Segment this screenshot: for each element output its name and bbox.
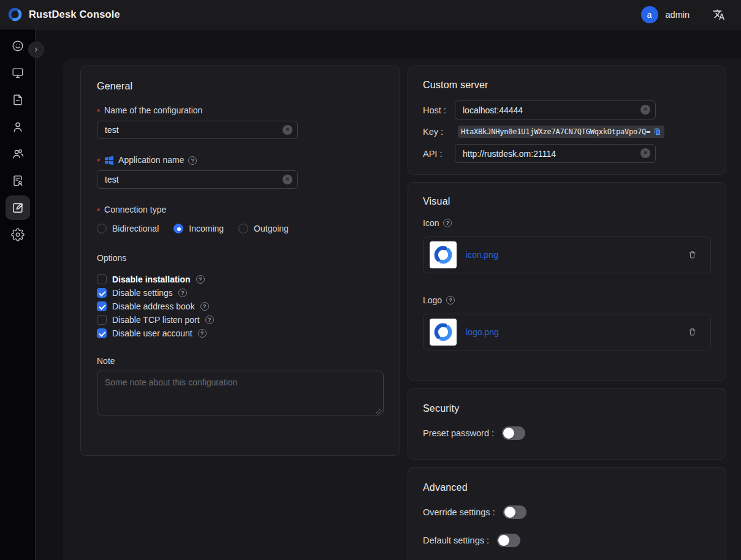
sidebar-item-settings[interactable] bbox=[6, 222, 30, 247]
override-settings-toggle[interactable] bbox=[503, 505, 526, 519]
custom-server-panel: Custom server Host : ✕ Key : HtaXBkJNHyn… bbox=[408, 66, 726, 175]
radio-outgoing[interactable]: Outgoing bbox=[238, 224, 289, 233]
radio-incoming[interactable]: Incoming bbox=[173, 224, 224, 233]
server-key: HtaXBkJNHyn0e1U1jWXze7A7CN7QTGWqxkOtpaVp… bbox=[458, 126, 664, 138]
smiley-icon bbox=[11, 39, 25, 53]
sidebar-expand-button[interactable] bbox=[28, 42, 44, 58]
clear-icon[interactable]: ✕ bbox=[640, 148, 650, 158]
app-title: RustDesk Console bbox=[29, 9, 120, 20]
help-icon[interactable]: ? bbox=[198, 329, 207, 338]
audit-log-icon bbox=[11, 174, 25, 187]
config-name-input[interactable] bbox=[97, 121, 298, 139]
help-icon[interactable]: ? bbox=[443, 219, 452, 227]
logo-file-link[interactable]: logo.png bbox=[466, 327, 499, 337]
help-icon[interactable]: ? bbox=[178, 289, 187, 297]
help-icon[interactable]: ? bbox=[188, 156, 197, 165]
sidebar-item-audit[interactable] bbox=[6, 168, 30, 193]
visual-panel: Visual Icon ? icon.png Logo bbox=[408, 182, 726, 380]
toggle-knob bbox=[498, 535, 509, 546]
edit-icon bbox=[11, 201, 25, 214]
help-icon[interactable]: ? bbox=[200, 302, 209, 311]
note-label: Note bbox=[97, 356, 384, 366]
checkbox[interactable] bbox=[97, 301, 107, 311]
default-settings-row: Default settings : bbox=[423, 534, 711, 547]
toggle-knob bbox=[504, 507, 515, 518]
preset-password-label: Preset password : bbox=[423, 428, 494, 438]
checkbox[interactable] bbox=[97, 288, 107, 298]
chevron-right-icon bbox=[32, 45, 40, 54]
config-name-label: * Name of the configuration bbox=[97, 105, 384, 116]
clear-icon[interactable]: ✕ bbox=[283, 175, 292, 184]
checkbox[interactable] bbox=[97, 328, 107, 338]
server-key-value: HtaXBkJNHyn0e1U1jWXze7A7CN7QTGWqxkOtpaVp… bbox=[461, 127, 650, 136]
host-input[interactable] bbox=[455, 100, 656, 119]
translate-icon[interactable] bbox=[713, 9, 725, 21]
sidebar-item-dashboard[interactable] bbox=[6, 34, 30, 58]
topbar: RustDesk Console a admin bbox=[0, 0, 741, 29]
checkbox[interactable] bbox=[97, 315, 107, 325]
trash-icon[interactable] bbox=[688, 250, 697, 260]
option-disable-address-book: Disable address book ? bbox=[97, 300, 384, 313]
copy-icon[interactable] bbox=[653, 127, 661, 136]
security-title: Security bbox=[423, 403, 711, 414]
windows-icon bbox=[104, 156, 114, 165]
app-name-input[interactable] bbox=[97, 170, 298, 189]
logo-label: Logo ? bbox=[423, 295, 711, 305]
host-label: Host : bbox=[423, 105, 455, 115]
sidebar-item-devices[interactable] bbox=[6, 61, 30, 85]
radio-icon bbox=[173, 224, 183, 233]
note-textarea[interactable] bbox=[97, 371, 384, 415]
api-input[interactable] bbox=[455, 144, 656, 163]
required-marker: * bbox=[97, 206, 100, 216]
preset-password-toggle[interactable] bbox=[502, 426, 525, 440]
icon-upload-row: icon.png bbox=[423, 236, 711, 273]
content-card: General * Name of the configuration ✕ * … bbox=[63, 59, 741, 560]
logo-thumbnail bbox=[430, 319, 457, 346]
sidebar bbox=[0, 29, 36, 560]
logo-upload-row: logo.png bbox=[423, 314, 711, 350]
security-panel: Security Preset password : bbox=[408, 388, 726, 460]
required-marker: * bbox=[97, 107, 100, 117]
rustdesk-logo-icon bbox=[7, 6, 23, 23]
icon-label: Icon ? bbox=[423, 218, 711, 228]
custom-server-title: Custom server bbox=[423, 80, 711, 91]
connection-type-group: Bidirectional Incoming Outgoing bbox=[97, 224, 384, 233]
clear-icon[interactable]: ✕ bbox=[640, 105, 650, 115]
advanced-title: Advanced bbox=[423, 482, 711, 493]
connection-type-label: * Connection type bbox=[97, 205, 384, 215]
clear-icon[interactable]: ✕ bbox=[283, 125, 292, 135]
monitor-icon bbox=[11, 66, 25, 80]
options-label: Options bbox=[97, 253, 384, 263]
option-disable-tcp-listen-port: Disable TCP listen port ? bbox=[97, 313, 384, 327]
user-icon bbox=[11, 120, 25, 134]
icon-thumbnail bbox=[430, 241, 457, 268]
trash-icon[interactable] bbox=[688, 327, 697, 337]
help-icon[interactable]: ? bbox=[446, 296, 455, 305]
preset-password-row: Preset password : bbox=[423, 426, 711, 440]
document-icon bbox=[11, 93, 25, 107]
general-panel-title: General bbox=[97, 81, 384, 92]
sidebar-item-users[interactable] bbox=[6, 115, 30, 139]
brand: RustDesk Console bbox=[7, 6, 120, 23]
sidebar-item-sessions[interactable] bbox=[6, 88, 30, 112]
username[interactable]: admin bbox=[666, 10, 690, 20]
default-settings-label: Default settings : bbox=[423, 535, 489, 545]
advanced-panel: Advanced Override settings : Default set… bbox=[408, 467, 726, 560]
option-disable-settings: Disable settings ? bbox=[97, 286, 384, 300]
settings-icon bbox=[11, 228, 25, 241]
help-icon[interactable]: ? bbox=[196, 275, 205, 284]
sidebar-item-configurations[interactable] bbox=[6, 195, 30, 220]
help-icon[interactable]: ? bbox=[205, 316, 214, 324]
radio-icon bbox=[97, 224, 107, 233]
key-label: Key : bbox=[423, 127, 455, 137]
users-icon bbox=[11, 147, 25, 161]
override-settings-row: Override settings : bbox=[423, 505, 711, 519]
icon-file-link[interactable]: icon.png bbox=[466, 250, 498, 260]
default-settings-toggle[interactable] bbox=[497, 534, 520, 547]
checkbox[interactable] bbox=[97, 274, 107, 284]
avatar[interactable]: a bbox=[641, 6, 658, 23]
sidebar-item-groups[interactable] bbox=[6, 142, 30, 166]
radio-bidirectional[interactable]: Bidirectional bbox=[97, 224, 159, 233]
resize-handle[interactable] bbox=[376, 409, 382, 415]
option-disable-user-account: Disable user account ? bbox=[97, 327, 384, 340]
